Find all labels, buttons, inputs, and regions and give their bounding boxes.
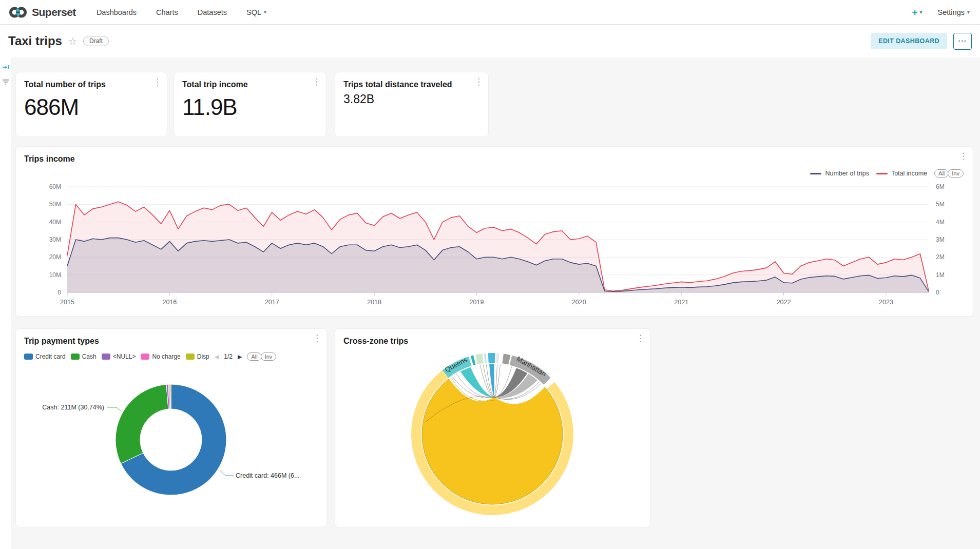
svg-text:30M: 30M xyxy=(49,236,61,243)
svg-text:2016: 2016 xyxy=(162,299,177,306)
legend-all-button[interactable]: All xyxy=(934,169,949,178)
legend-label: No charge xyxy=(152,353,180,360)
chart-title: Trips income xyxy=(24,154,75,165)
nav-dashboards-label: Dashboards xyxy=(97,8,137,16)
kpi-value: 11.9B xyxy=(182,94,318,120)
brand-name: Superset xyxy=(32,6,76,18)
svg-text:2019: 2019 xyxy=(470,299,484,306)
legend-swatch xyxy=(71,354,80,360)
trips-income-chart[interactable]: 60M6M50M5M40M4M30M3M20M2M10M1M0020152016… xyxy=(24,180,966,309)
cross-zone-chord-chart[interactable]: QueensManhattan xyxy=(335,329,651,528)
superset-app: Superset Dashboards Charts Datasets SQL▾… xyxy=(0,0,980,549)
kebab-menu-icon[interactable]: ⋮ xyxy=(313,334,321,343)
svg-text:5M: 5M xyxy=(936,201,945,208)
superset-infinity-icon xyxy=(8,6,28,19)
filter-bar-collapsed xyxy=(0,57,11,549)
kpi-value: 3.82B xyxy=(343,92,480,106)
nav-sql-label: SQL xyxy=(246,8,261,16)
legend-label: <NULL> xyxy=(113,353,136,360)
legend-item-total-income[interactable]: Total income xyxy=(876,170,927,177)
dashboard-canvas: Total number of trips ⋮ 686M Total trip … xyxy=(0,57,980,549)
nav-charts-label: Charts xyxy=(156,8,178,16)
settings-menu[interactable]: Settings▾ xyxy=(938,8,970,16)
legend-label: Total income xyxy=(891,170,927,177)
kpi-card-trip-income: Total trip income ⋮ 11.9B xyxy=(174,72,326,137)
edit-dashboard-button[interactable]: EDIT DASHBOARD xyxy=(871,33,947,49)
legend-swatch xyxy=(186,354,195,360)
plus-icon: + xyxy=(912,7,917,18)
legend-buttons: All Inv xyxy=(247,352,276,361)
svg-text:2M: 2M xyxy=(936,253,945,261)
kpi-title: Total number of trips xyxy=(24,80,159,90)
main-nav: Dashboards Charts Datasets SQL▾ xyxy=(97,8,266,16)
kpi-title: Total trip income xyxy=(182,80,318,90)
svg-text:6M: 6M xyxy=(936,183,945,190)
svg-text:0: 0 xyxy=(57,289,61,296)
legend-label: Number of trips xyxy=(825,170,869,177)
svg-text:1M: 1M xyxy=(936,271,945,279)
nav-sql[interactable]: SQL▾ xyxy=(246,8,266,16)
legend-inv-button[interactable]: Inv xyxy=(948,169,964,178)
svg-text:2015: 2015 xyxy=(60,299,74,306)
legend-line-swatch xyxy=(810,173,821,174)
kpi-title: Trips total distance traveled xyxy=(343,80,480,90)
legend-inv-button[interactable]: Inv xyxy=(261,352,277,361)
nav-datasets-label: Datasets xyxy=(198,8,227,16)
add-new-button[interactable]: +▾ xyxy=(912,7,922,18)
svg-text:20M: 20M xyxy=(49,253,61,261)
kebab-menu-icon[interactable]: ⋮ xyxy=(312,77,321,86)
nav-datasets[interactable]: Datasets xyxy=(198,8,227,16)
legend-prev-page-icon[interactable]: ◀ xyxy=(215,354,219,360)
legend-swatch xyxy=(141,354,149,360)
more-actions-button[interactable]: ··· xyxy=(953,33,972,50)
legend-next-page-icon[interactable]: ▶ xyxy=(238,354,242,360)
navbar-right: +▾ Settings▾ xyxy=(912,7,970,18)
settings-label: Settings xyxy=(938,8,965,16)
expand-filter-bar-icon[interactable] xyxy=(2,64,9,71)
legend-item-cash[interactable]: Cash xyxy=(71,353,97,360)
svg-text:2018: 2018 xyxy=(367,299,381,306)
svg-text:0: 0 xyxy=(936,289,939,296)
svg-text:2020: 2020 xyxy=(572,299,586,306)
legend-swatch xyxy=(102,354,110,360)
legend-item-null[interactable]: <NULL> xyxy=(102,353,136,360)
svg-text:4M: 4M xyxy=(936,219,945,226)
chevron-down-icon: ▾ xyxy=(967,9,970,15)
payment-donut-chart[interactable]: Cash: 211M (30.74%)Credit card: 466M (6.… xyxy=(16,368,328,524)
legend-label: Disp xyxy=(197,353,209,360)
legend-item-number-of-trips[interactable]: Number of trips xyxy=(810,170,869,177)
svg-text:2021: 2021 xyxy=(674,299,688,306)
nav-dashboards[interactable]: Dashboards xyxy=(97,8,137,16)
svg-text:60M: 60M xyxy=(49,183,61,190)
legend-label: Credit card xyxy=(35,353,66,360)
kebab-menu-icon[interactable]: ⋮ xyxy=(636,334,645,343)
trip-payment-types-card: Trip payment types ⋮ Credit card Cash <N… xyxy=(15,328,327,527)
favorite-star-icon[interactable]: ☆ xyxy=(68,35,77,47)
legend-swatch xyxy=(24,354,33,360)
legend-label: Cash xyxy=(82,353,97,360)
legend-item-no-charge[interactable]: No charge xyxy=(141,353,180,360)
superset-logo[interactable]: Superset xyxy=(8,6,76,19)
svg-text:50M: 50M xyxy=(49,201,61,208)
svg-text:2017: 2017 xyxy=(265,299,279,306)
payment-legend: Credit card Cash <NULL> No charge Disp xyxy=(24,352,321,361)
trips-income-card: Trips income ⋮ Number of trips Total inc… xyxy=(15,146,973,317)
legend-item-credit-card[interactable]: Credit card xyxy=(24,353,66,360)
filter-icon[interactable] xyxy=(2,79,9,85)
svg-text:3M: 3M xyxy=(936,236,945,243)
legend-buttons: All Inv xyxy=(934,169,964,178)
svg-text:2022: 2022 xyxy=(777,299,791,306)
legend-page-indicator: 1/2 xyxy=(224,353,233,360)
legend-all-button[interactable]: All xyxy=(247,352,261,361)
kebab-menu-icon[interactable]: ⋮ xyxy=(474,77,483,86)
trips-income-legend: Number of trips Total income All Inv xyxy=(810,169,964,178)
kpi-value: 686M xyxy=(24,94,159,120)
chart-title: Trip payment types xyxy=(24,336,99,347)
status-badge: Draft xyxy=(83,36,109,46)
legend-item-disp[interactable]: Disp xyxy=(186,353,209,360)
kebab-menu-icon[interactable]: ⋮ xyxy=(959,152,968,161)
svg-text:40M: 40M xyxy=(49,219,61,226)
kebab-menu-icon[interactable]: ⋮ xyxy=(153,77,162,86)
dashboard-actions: EDIT DASHBOARD ··· xyxy=(871,33,972,50)
nav-charts[interactable]: Charts xyxy=(156,8,178,16)
